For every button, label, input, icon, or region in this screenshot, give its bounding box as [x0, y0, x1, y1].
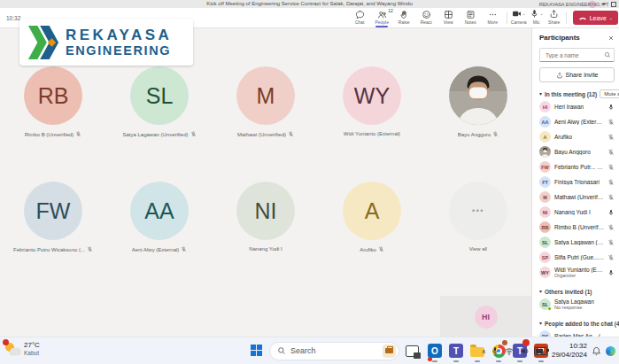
mic-off-icon[interactable] [607, 239, 615, 246]
toolbar-more-button[interactable]: More [482, 9, 504, 27]
participant-avatar: RB [539, 221, 551, 233]
tile-name-label: Bayu Anggoro [458, 132, 491, 137]
mic-off-icon [288, 131, 294, 138]
notifications-bell-icon[interactable] [592, 346, 601, 356]
participant-row[interactable]: AA Aeni Alwy (External) [539, 114, 615, 129]
toolbar-notes-button[interactable]: Notes [460, 9, 482, 27]
weather-widget[interactable]: 27°C Kabut [4, 341, 40, 357]
stage-tile[interactable]: WY Widi Yunianto (External) [319, 66, 425, 138]
stage-tile[interactable]: A Arufiko [319, 182, 425, 253]
stage-tile[interactable]: SL Satya Lagawan (Unverified) [106, 66, 213, 138]
share-invite-button[interactable]: Share invite [539, 67, 615, 82]
taskbar-outlook-icon[interactable]: O [425, 339, 445, 362]
mic-on-icon[interactable] [607, 269, 615, 276]
meeting-timer: 10:32 [6, 15, 20, 21]
participant-row[interactable]: A Arufiko [539, 129, 615, 144]
mic-icon: ⌄ [530, 9, 544, 19]
tray-chevron-icon[interactable]: ∧ [482, 348, 486, 354]
participants-section-header[interactable]: ▾ In this meeting (12) Mute all [539, 89, 615, 99]
participant-avatar: FW [24, 182, 82, 240]
tray-mic-icon[interactable] [491, 346, 499, 355]
mic-off-icon[interactable] [607, 194, 615, 201]
mute-all-button[interactable]: Mute all [600, 89, 619, 98]
mic-off-icon[interactable] [607, 254, 615, 261]
participant-row[interactable]: SL Satya Lagawan No response [539, 297, 615, 312]
toolbar-people-button[interactable]: 12 People [371, 9, 393, 27]
mic-off-icon [190, 131, 197, 138]
participants-searchbox[interactable] [539, 48, 615, 62]
toolbar-camera-button[interactable]: ⌄ Camera [510, 9, 528, 27]
participants-title: Participants [539, 34, 580, 42]
meeting-stage: RB Rimbo B (Unverified)SL Satya Lagawan … [0, 27, 531, 337]
wifi-icon[interactable] [504, 346, 515, 356]
tile-name-label: Mathawi (Unverified) [237, 132, 286, 137]
battery-icon[interactable] [534, 347, 547, 355]
participant-avatar: RB [24, 66, 82, 125]
participant-row[interactable]: SP Silfa Putri (Gue... (Unverified) [539, 250, 615, 265]
stage-tile[interactable]: NI Nanang Yudi I [213, 182, 319, 253]
toolbar-share-button[interactable]: Share [545, 9, 563, 27]
participants-section-header[interactable]: ▾ Others invited (1) [539, 286, 615, 297]
share-icon [549, 9, 559, 19]
participant-row[interactable]: NI Nanang Yudi I [539, 205, 615, 220]
stage-tile[interactable]: RB Rimbo B (Unverified) [0, 66, 106, 138]
toolbar-view-button[interactable]: View [437, 9, 460, 27]
mic-off-icon[interactable] [607, 119, 615, 126]
start-button[interactable] [251, 345, 263, 357]
participant-avatar: SL [130, 66, 189, 125]
participant-name: Arufiko [554, 134, 572, 140]
close-panel-icon[interactable] [607, 35, 615, 42]
taskbar-clock[interactable]: 10:32 29/04/2024 [552, 342, 587, 359]
stage-tile[interactable]: FW Febrianto Putro Wicaksono (... [0, 182, 106, 253]
mic-on-icon[interactable] [607, 104, 615, 111]
mic-off-icon[interactable] [607, 164, 615, 171]
maximize-button[interactable] [611, 2, 616, 7]
participant-row[interactable]: SL Satya Lagawan (Unverified) [539, 235, 615, 250]
taskbar-teams-icon[interactable]: T [446, 339, 466, 362]
tile-name-label: Widi Yunianto (External) [344, 131, 400, 136]
participant-avatar: NI [539, 206, 551, 218]
participant-row[interactable]: WY Widi Yunianto (External) Organizer [539, 265, 615, 280]
window-title: Kick off Meeting of Engineering Service … [0, 1, 619, 6]
chevron-down-icon: ▾ [539, 321, 542, 326]
stage-tile[interactable]: ••• View all [425, 182, 531, 253]
task-view-button[interactable] [406, 345, 419, 357]
participant-row[interactable]: M Mathawi (Unverified) [539, 190, 615, 205]
mic-off-icon[interactable] [607, 149, 615, 156]
tray-widget-icon[interactable] [606, 346, 615, 356]
toolbar-raise-button[interactable]: Raise [393, 9, 415, 27]
participant-avatar: WY [539, 267, 551, 278]
rekayasa-logo-mark [27, 25, 60, 60]
self-video-tile[interactable]: HI [440, 296, 531, 337]
mic-off-icon[interactable] [607, 134, 615, 141]
stage-tile[interactable]: Bayu Anggoro [425, 66, 531, 138]
mic-off-icon [87, 246, 93, 253]
toolbar-chat-button[interactable]: Chat [349, 9, 371, 27]
ellipsis-icon: ••• [472, 206, 484, 215]
participant-row[interactable]: HI Heri Irawan [539, 99, 615, 114]
logo-line2: ENGINEERING [66, 44, 172, 58]
section-label: In this meeting (12) [545, 91, 597, 97]
participants-panel: Participants Share invite ▾ In this meet… [531, 27, 619, 337]
stage-tile[interactable]: M Mathawi (Unverified) [213, 66, 319, 138]
toolbar-chat-label: Chat [355, 19, 365, 26]
toolbar-mic-button[interactable]: ⌄ Mic [528, 9, 545, 27]
stage-tile[interactable]: AA Aeni Alwy (External) [106, 182, 213, 253]
participant-row[interactable]: Bayu Anggoro [539, 144, 615, 159]
participants-section-header[interactable]: ▾ People added to the chat (4) [539, 318, 615, 329]
toolbar-raise-label: Raise [398, 19, 410, 26]
participant-row[interactable]: FT Finisya Trionasari [539, 174, 615, 190]
participants-search-input[interactable] [544, 51, 604, 59]
mic-off-icon[interactable] [607, 224, 615, 231]
participant-subtitle: No response [554, 305, 594, 310]
mic-on-icon[interactable] [607, 209, 615, 216]
mic-off-icon[interactable] [607, 179, 615, 186]
toolbar-react-button[interactable]: React [415, 9, 437, 27]
participant-row[interactable]: RB Rimbo B (Unverified) [539, 220, 615, 235]
volume-icon[interactable] [519, 346, 530, 356]
participant-avatar: A [539, 131, 551, 143]
participant-row[interactable]: FW Febrianto Putr... (External) [539, 159, 615, 174]
taskbar-search[interactable]: Search [269, 342, 399, 360]
weather-icon [4, 341, 20, 357]
mic-off-icon [75, 131, 81, 138]
